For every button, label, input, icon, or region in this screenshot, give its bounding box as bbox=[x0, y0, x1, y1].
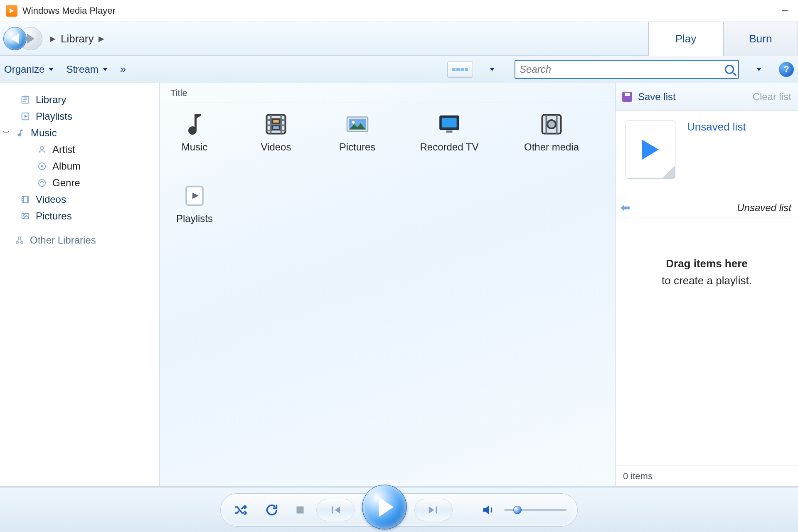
tree-item-music[interactable]: ﹀ Music bbox=[0, 125, 159, 141]
minimize-button[interactable] bbox=[777, 5, 792, 16]
svg-rect-15 bbox=[272, 126, 280, 130]
list-toolbar: Save list Clear list bbox=[616, 83, 798, 111]
svg-point-23 bbox=[547, 120, 556, 128]
music-note-icon bbox=[180, 111, 209, 137]
library-item-other-media[interactable]: Other media bbox=[516, 111, 587, 153]
play-icon bbox=[642, 140, 659, 160]
organize-menu[interactable]: Organize bbox=[4, 64, 54, 75]
tree-item-playlists[interactable]: Playlists bbox=[0, 108, 159, 125]
list-name-bar: ⬅ Unsaved list bbox=[616, 193, 798, 217]
film-reel-icon bbox=[537, 111, 566, 137]
tab-play[interactable]: Play bbox=[648, 22, 723, 56]
next-button[interactable] bbox=[414, 499, 453, 521]
library-item-playlists[interactable]: Playlists bbox=[170, 183, 219, 224]
svg-rect-14 bbox=[272, 119, 280, 124]
chevron-down-icon bbox=[103, 68, 108, 71]
tree-item-library[interactable]: Library bbox=[0, 91, 159, 108]
previous-button[interactable] bbox=[316, 499, 355, 521]
genre-icon bbox=[37, 177, 47, 188]
library-item-videos[interactable]: Videos bbox=[251, 111, 301, 153]
drop-hint-line2: to create a playlist. bbox=[662, 274, 752, 287]
breadcrumb-item[interactable]: Library bbox=[61, 32, 94, 45]
search-box[interactable] bbox=[515, 60, 739, 79]
view-options-button[interactable] bbox=[447, 61, 473, 78]
back-button[interactable] bbox=[3, 27, 27, 50]
tree-item-other-libraries[interactable]: Other Libraries bbox=[0, 232, 159, 249]
tree-item-pictures[interactable]: Pictures bbox=[0, 208, 159, 224]
organize-label: Organize bbox=[4, 64, 44, 75]
svg-point-11 bbox=[16, 241, 19, 244]
list-header: Unsaved list bbox=[616, 111, 798, 193]
library-item-pictures[interactable]: Pictures bbox=[332, 111, 382, 153]
tree-item-album[interactable]: Album bbox=[0, 158, 159, 175]
library-item-music[interactable]: Music bbox=[170, 111, 219, 153]
column-headers[interactable]: Title bbox=[160, 83, 615, 103]
help-button[interactable]: ? bbox=[779, 62, 794, 77]
chevron-right-icon: ▶ bbox=[99, 34, 104, 43]
chevron-right-icon: ▶ bbox=[50, 34, 56, 43]
film-icon bbox=[262, 111, 290, 137]
film-icon bbox=[20, 194, 31, 205]
library-icon bbox=[20, 94, 31, 105]
navigation-tree: Library Playlists ﹀ Music Artist bbox=[0, 83, 160, 486]
search-icon[interactable] bbox=[725, 65, 734, 74]
svg-point-6 bbox=[39, 180, 46, 187]
svg-point-5 bbox=[41, 165, 43, 167]
title-bar: Windows Media Player bbox=[0, 0, 798, 22]
column-title[interactable]: Title bbox=[170, 88, 241, 99]
app-icon bbox=[6, 5, 17, 17]
image-icon bbox=[20, 211, 31, 222]
volume-slider[interactable] bbox=[504, 509, 566, 511]
svg-point-18 bbox=[352, 121, 355, 124]
clear-list-button[interactable]: Clear list bbox=[753, 91, 791, 103]
playlist-art bbox=[626, 121, 675, 179]
artist-icon bbox=[37, 144, 47, 155]
list-status: 0 items bbox=[616, 466, 798, 486]
player-bar bbox=[0, 488, 798, 532]
search-input[interactable] bbox=[520, 64, 721, 75]
list-name[interactable]: Unsaved list bbox=[737, 202, 791, 214]
play-icon bbox=[379, 497, 394, 517]
tree-item-videos[interactable]: Videos bbox=[0, 191, 159, 208]
window-title: Windows Media Player bbox=[22, 5, 116, 16]
volume-knob[interactable] bbox=[513, 506, 522, 514]
svg-point-3 bbox=[40, 147, 43, 150]
breadcrumb[interactable]: ▶ Library ▶ bbox=[50, 32, 104, 45]
tree-item-artist[interactable]: Artist bbox=[0, 141, 159, 158]
image-icon bbox=[343, 111, 372, 137]
tab-burn[interactable]: Burn bbox=[723, 22, 798, 56]
player-pod bbox=[220, 493, 578, 527]
stream-menu[interactable]: Stream bbox=[66, 64, 107, 75]
play-button[interactable] bbox=[362, 485, 407, 530]
svg-rect-21 bbox=[446, 131, 453, 133]
svg-rect-7 bbox=[22, 197, 29, 203]
stop-button[interactable] bbox=[291, 501, 309, 519]
list-title[interactable]: Unsaved list bbox=[687, 121, 746, 133]
library-item-recorded-tv[interactable]: Recorded TV bbox=[414, 111, 485, 153]
mute-button[interactable] bbox=[479, 501, 497, 519]
toolbar: Organize Stream » ? bbox=[0, 56, 798, 83]
toolbar-overflow[interactable]: » bbox=[120, 63, 127, 76]
svg-point-12 bbox=[21, 241, 23, 244]
stream-label: Stream bbox=[66, 64, 98, 75]
repeat-button[interactable] bbox=[263, 501, 281, 519]
now-playing-pane: Save list Clear list Unsaved list ⬅ Unsa… bbox=[615, 83, 798, 486]
shuffle-button[interactable] bbox=[232, 501, 249, 519]
mode-tabs: Play Burn bbox=[648, 22, 798, 56]
save-list-button[interactable]: Save list bbox=[638, 91, 676, 103]
tree-item-genre[interactable]: Genre bbox=[0, 175, 159, 191]
svg-rect-20 bbox=[442, 118, 457, 128]
chevron-down-icon[interactable] bbox=[756, 68, 761, 71]
tv-icon bbox=[435, 111, 463, 137]
network-icon bbox=[14, 235, 25, 246]
drop-hint-line1: Drag items here bbox=[666, 257, 748, 270]
drop-target[interactable]: Drag items here to create a playlist. bbox=[616, 217, 798, 466]
chevron-down-icon[interactable] bbox=[490, 68, 495, 71]
svg-rect-26 bbox=[297, 507, 304, 514]
expand-icon[interactable]: ﹀ bbox=[2, 128, 10, 138]
play-icon bbox=[20, 111, 31, 122]
svg-rect-8 bbox=[22, 214, 29, 219]
svg-point-9 bbox=[23, 214, 25, 216]
save-icon bbox=[622, 92, 632, 102]
back-arrow-icon[interactable]: ⬅ bbox=[621, 201, 630, 214]
